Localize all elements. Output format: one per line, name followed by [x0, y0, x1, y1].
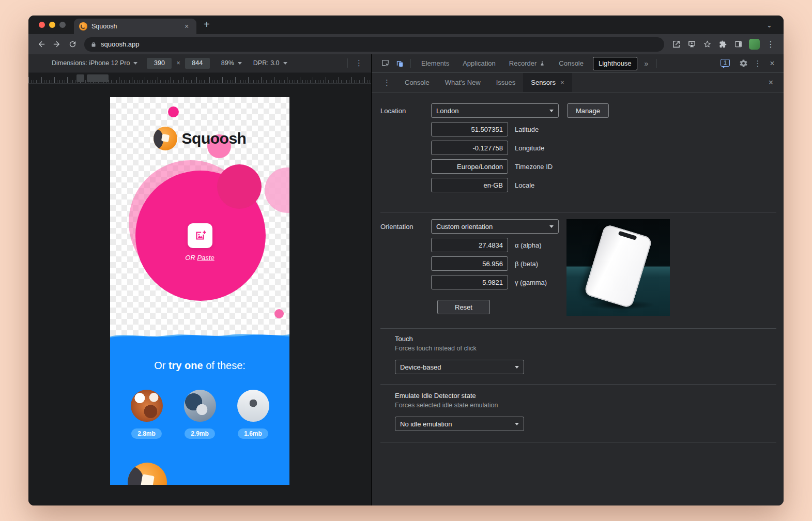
tab-close-icon[interactable]: ×	[182, 22, 191, 31]
alpha-input[interactable]	[431, 238, 508, 252]
idle-description: Forces selected idle state emulation	[395, 402, 776, 409]
timezone-label: Timezone ID	[515, 163, 553, 171]
viewport-width-input[interactable]	[147, 58, 172, 69]
tab-elements[interactable]: Elements	[415, 54, 456, 72]
section-separator	[380, 212, 776, 212]
tab-title: Squoosh	[91, 23, 178, 30]
timezone-input[interactable]	[431, 159, 508, 174]
url-text: squoosh.app	[101, 40, 139, 48]
orientation-phone-preview[interactable]	[566, 219, 670, 316]
new-tab-button[interactable]: +	[196, 19, 217, 34]
manage-locations-button[interactable]: Manage	[567, 103, 609, 118]
drawer-menu-kebab-icon[interactable]: ⋮	[377, 78, 397, 87]
demo-thumbnail-phone[interactable]	[237, 390, 269, 422]
side-panel-icon[interactable]	[730, 37, 746, 52]
phone-3d-model	[584, 224, 652, 309]
pink-blob-decoration	[217, 164, 262, 209]
window-controls	[28, 22, 74, 34]
inspect-element-icon[interactable]	[378, 57, 392, 70]
devtools-panel: Elements Application Recorder Console Li…	[371, 54, 784, 505]
demo-sample-2[interactable]: 2.9mb	[184, 390, 216, 439]
demo-sample-3[interactable]: 1.6mb	[237, 390, 269, 439]
latitude-input[interactable]	[431, 122, 508, 136]
tab-application[interactable]: Application	[456, 54, 502, 72]
device-toolbar-menu-kebab-icon[interactable]: ⋮	[348, 58, 365, 68]
demo-samples: 2.8mb 2.9mb 1.6mb	[110, 390, 289, 439]
demo-thumbnail-dog[interactable]	[184, 390, 216, 422]
locale-row: Locale	[431, 178, 776, 192]
bookmark-star-icon[interactable]	[699, 37, 715, 52]
tab-lighthouse[interactable]: Lighthouse	[593, 57, 637, 70]
longitude-label: Longitude	[515, 144, 544, 152]
tab-recorder[interactable]: Recorder	[502, 54, 552, 72]
extensions-puzzle-icon[interactable]	[715, 37, 730, 52]
location-row: Location London Manage	[380, 103, 776, 118]
reload-button[interactable]	[65, 37, 80, 52]
gamma-input[interactable]	[431, 275, 508, 289]
location-select[interactable]: London	[431, 103, 559, 118]
pick-image-button[interactable]	[188, 223, 212, 248]
address-bar[interactable]: squoosh.app	[84, 37, 664, 52]
share-icon[interactable]	[668, 37, 684, 52]
demo-section: Or try one of these: 2.8mb 2.9mb	[110, 331, 289, 485]
locale-input[interactable]	[431, 178, 508, 192]
device-toolbar-toggle-icon[interactable]	[392, 57, 407, 70]
drawer-tab-issues[interactable]: Issues	[488, 73, 524, 92]
touch-selected-value: Device-based	[400, 363, 441, 371]
close-drawer-icon[interactable]: ×	[762, 78, 779, 87]
devtools-menu-kebab-icon[interactable]: ⋮	[750, 57, 765, 70]
install-app-icon[interactable]	[684, 37, 699, 52]
dimensions-times-label: ×	[176, 59, 180, 67]
demo-sample-1[interactable]: 2.8mb	[131, 390, 163, 439]
beta-label: β (beta)	[515, 260, 538, 268]
drawer-tab-bar: ⋮ Console What's New Issues Sensors × ×	[372, 73, 784, 93]
dpr-selector[interactable]: DPR: 3.0	[253, 59, 287, 67]
demo-thumbnail-red-panda[interactable]	[131, 390, 163, 422]
paste-hint: OR Paste	[110, 254, 289, 262]
browser-menu-kebab-icon[interactable]: ⋮	[763, 37, 778, 52]
tab-console[interactable]: Console	[552, 54, 590, 72]
chevron-down-icon	[515, 366, 519, 369]
zoom-selector[interactable]: 89%	[221, 59, 242, 67]
longitude-input[interactable]	[431, 141, 508, 155]
paste-link[interactable]: Paste	[197, 254, 214, 262]
beta-input[interactable]	[431, 256, 508, 271]
idle-select[interactable]: No idle emulation	[395, 417, 524, 431]
devtools-toolbar-right: 1 ⋮ ×	[721, 57, 779, 70]
device-viewport: Squoosh OR Paste	[110, 97, 289, 485]
minimize-window-button[interactable]	[49, 22, 55, 28]
back-button[interactable]	[34, 37, 49, 52]
idle-selected-value: No idle emulation	[400, 420, 452, 428]
touch-select[interactable]: Device-based	[395, 360, 524, 374]
locale-label: Locale	[515, 181, 534, 189]
device-selector[interactable]: Dimensions: iPhone 12 Pro	[52, 59, 137, 67]
drawer-tab-sensors[interactable]: Sensors ×	[523, 73, 572, 92]
settings-gear-icon[interactable]	[736, 57, 750, 70]
chevron-down-icon	[133, 62, 137, 65]
drawer-tab-whats-new[interactable]: What's New	[437, 73, 488, 92]
tab-search-chevron-icon[interactable]: ⌄	[755, 21, 784, 34]
wave-decoration	[110, 331, 289, 340]
zoom-window-button[interactable]	[59, 22, 66, 28]
orientation-select[interactable]: Custom orientation	[431, 219, 559, 234]
close-window-button[interactable]	[39, 22, 45, 28]
more-tabs-chevron-icon[interactable]: »	[640, 59, 653, 68]
close-devtools-icon[interactable]: ×	[765, 57, 779, 70]
experiment-flask-icon	[539, 60, 545, 67]
issues-message-bubble-icon[interactable]: 1	[721, 59, 730, 67]
profile-avatar[interactable]	[749, 39, 760, 50]
drawer-tab-console[interactable]: Console	[397, 73, 437, 92]
tab-recorder-label: Recorder	[509, 59, 537, 67]
close-sensors-tab-icon[interactable]: ×	[560, 79, 564, 86]
tab-strip: Squoosh × + ⌄	[28, 16, 784, 34]
forward-button[interactable]	[49, 37, 65, 52]
gamma-label: γ (gamma)	[515, 279, 547, 286]
viewport-height-input[interactable]	[185, 58, 210, 69]
location-selected-value: London	[436, 107, 458, 115]
paste-hint-prefix: OR	[185, 254, 197, 262]
horizontal-ruler	[28, 73, 371, 84]
reset-orientation-button[interactable]: Reset	[437, 300, 490, 314]
chevron-down-icon	[549, 110, 554, 112]
squoosh-logo: Squoosh	[110, 126, 289, 151]
browser-tab-squoosh[interactable]: Squoosh ×	[74, 19, 196, 34]
